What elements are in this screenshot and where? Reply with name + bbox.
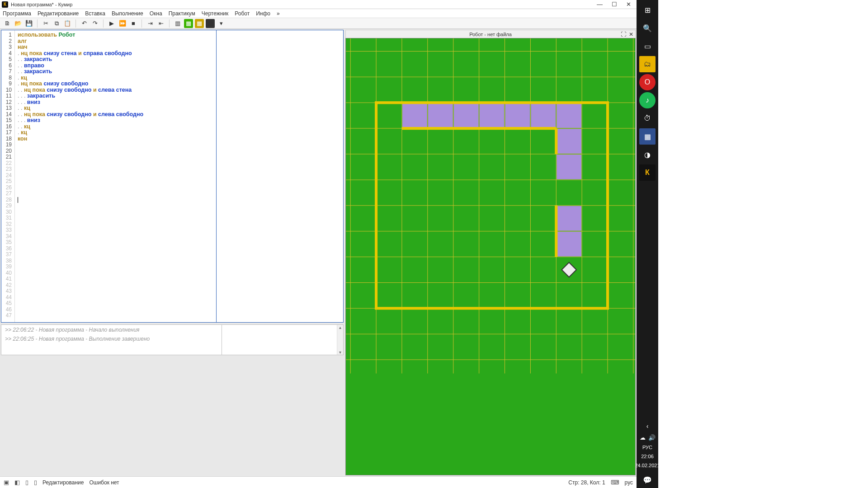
code-line: . . кц bbox=[18, 105, 213, 112]
sb-errors: Ошибок нет bbox=[89, 479, 119, 486]
layout1-icon[interactable]: ▥ bbox=[173, 19, 182, 28]
sb-icon[interactable]: ◧ bbox=[14, 479, 20, 486]
run-icon[interactable]: ▶ bbox=[107, 19, 116, 28]
code-line: . . закрасить bbox=[18, 69, 213, 75]
svg-rect-38 bbox=[557, 232, 581, 257]
close-button[interactable]: ✕ bbox=[626, 1, 631, 8]
cut-icon[interactable]: ✂ bbox=[41, 19, 50, 28]
svg-rect-34 bbox=[557, 103, 581, 128]
menu-выполнение[interactable]: Выполнение bbox=[112, 10, 143, 17]
tray-date: 24.02.2021 bbox=[635, 461, 660, 470]
copy-icon[interactable]: ⧉ bbox=[52, 19, 61, 28]
maximize-button[interactable]: ☐ bbox=[612, 1, 617, 8]
redo-icon[interactable]: ↷ bbox=[90, 19, 99, 28]
notifications-icon[interactable]: 💬 bbox=[639, 472, 656, 488]
layout4-icon[interactable]: ▨ bbox=[206, 19, 215, 28]
window-title: Новая программа* - Кумир bbox=[11, 2, 597, 7]
svg-rect-36 bbox=[557, 155, 581, 179]
titlebar: К Новая программа* - Кумир — ☐ ✕ bbox=[0, 0, 637, 9]
code-line: . . нц пока снизу свободно и слева стена bbox=[18, 87, 213, 94]
menubar: ПрограммаРедактированиеВставкаВыполнение… bbox=[0, 9, 637, 18]
spotify-icon[interactable]: ♪ bbox=[639, 92, 656, 108]
code-line: . . . вниз bbox=[18, 99, 213, 106]
svg-rect-31 bbox=[480, 103, 505, 128]
menu-программа[interactable]: Программа bbox=[3, 10, 31, 17]
menu-окна[interactable]: Окна bbox=[150, 10, 162, 17]
code-line: . . вправо bbox=[18, 63, 213, 69]
keyboard-icon: ⌨ bbox=[611, 479, 619, 486]
log-line: >> 22:06:22 - Новая программа - Начало в… bbox=[5, 327, 218, 333]
layout2-icon[interactable]: ▦ bbox=[184, 19, 193, 28]
menu-вставка[interactable]: Вставка bbox=[85, 10, 105, 17]
log-line: >> 22:06:25 - Новая программа - Выполнен… bbox=[5, 336, 218, 342]
code-line: . . . вниз bbox=[18, 117, 213, 124]
toolbar: 🗎📂💾✂⧉📋↶↷▶⏩■⇥⇤▥▦▦▨▾ bbox=[0, 18, 637, 29]
sb-icon[interactable]: ▯ bbox=[25, 479, 28, 486]
svg-rect-32 bbox=[505, 103, 530, 128]
step-over-icon[interactable]: ⇥ bbox=[146, 19, 155, 28]
minimize-button[interactable]: — bbox=[597, 1, 603, 8]
sb-icon[interactable]: ▯ bbox=[34, 479, 37, 486]
code-line: . . . закрасить bbox=[18, 93, 213, 99]
code-line: . кц bbox=[18, 130, 213, 136]
menu-чертежник[interactable]: Чертежник bbox=[202, 10, 229, 17]
code-line: алг bbox=[18, 38, 213, 45]
tray-keyboard[interactable]: РУС bbox=[642, 443, 652, 452]
kumir-icon[interactable]: К bbox=[639, 164, 656, 181]
svg-rect-35 bbox=[557, 129, 581, 154]
search-icon[interactable]: 🔍 bbox=[639, 20, 656, 36]
task-view-icon[interactable]: ▭ bbox=[639, 38, 656, 54]
menu-робот[interactable]: Робот bbox=[235, 10, 250, 17]
more-icon[interactable]: ▾ bbox=[217, 19, 226, 28]
paste-icon[interactable]: 📋 bbox=[63, 19, 72, 28]
code-line: . нц пока снизу свободно bbox=[18, 81, 213, 87]
output-log: >> 22:06:22 - Новая программа - Начало в… bbox=[1, 324, 344, 355]
robot-field[interactable] bbox=[345, 38, 636, 475]
code-area[interactable]: использовать Роботалгнач. нц пока снизу … bbox=[15, 30, 217, 322]
undo-icon[interactable]: ↶ bbox=[80, 19, 89, 28]
menu-»[interactable]: » bbox=[277, 10, 280, 17]
code-line: . . нц пока снизу свободно и слева свобо… bbox=[18, 112, 213, 118]
tray-icons[interactable]: ☁🔊 bbox=[640, 432, 656, 443]
svg-rect-30 bbox=[454, 103, 479, 128]
robot-marker bbox=[561, 263, 576, 277]
tray-expand-icon[interactable]: ‹ bbox=[646, 420, 649, 432]
code-line: . нц пока снизу стена и справа свободно bbox=[18, 51, 213, 57]
menu-инфо[interactable]: Инфо bbox=[256, 10, 270, 17]
tray-time: 22:06 bbox=[641, 452, 654, 461]
menu-практикум[interactable]: Практикум bbox=[169, 10, 195, 17]
log-scrollbar[interactable]: ▴▾ bbox=[337, 325, 343, 355]
code-line: использовать Робот bbox=[18, 32, 213, 38]
robot-maximize-icon[interactable]: ⛶ bbox=[621, 31, 626, 38]
menu-редактирование[interactable]: Редактирование bbox=[38, 10, 79, 17]
clock-app-icon[interactable]: ⏱ bbox=[639, 110, 656, 127]
robot-close-icon[interactable]: ✕ bbox=[629, 31, 633, 38]
line-gutter: 1234567891011121314151617181920212223242… bbox=[1, 30, 15, 322]
opera-icon[interactable]: O bbox=[639, 74, 656, 90]
windows-taskbar: ⊞ 🔍 ▭ 🗂 O ♪ ⏱ ▦ ◑ К ‹ ☁🔊 РУС 22:06 24.02… bbox=[637, 0, 658, 488]
code-editor[interactable]: 1234567891011121314151617181920212223242… bbox=[1, 30, 344, 323]
svg-rect-28 bbox=[402, 103, 427, 128]
svg-rect-37 bbox=[557, 206, 581, 231]
svg-rect-29 bbox=[428, 103, 453, 128]
code-line: . . закрасить bbox=[18, 56, 213, 63]
code-line: нач bbox=[18, 44, 213, 51]
editor-right-pane bbox=[217, 30, 343, 322]
app-icon: К bbox=[2, 1, 8, 8]
save-file-icon[interactable]: 💾 bbox=[24, 19, 33, 28]
open-file-icon[interactable]: 📂 bbox=[14, 19, 23, 28]
stop-icon[interactable]: ■ bbox=[129, 19, 138, 28]
sb-icon[interactable]: ▣ bbox=[4, 479, 9, 486]
robot-panel-title: Робот - нет файла ⛶ ✕ bbox=[345, 30, 636, 38]
explorer-icon[interactable]: 🗂 bbox=[639, 56, 656, 72]
start-button[interactable]: ⊞ bbox=[639, 2, 656, 18]
calendar-icon[interactable]: ▦ bbox=[639, 128, 656, 145]
layout3-icon[interactable]: ▦ bbox=[195, 19, 204, 28]
step-into-icon[interactable]: ⇤ bbox=[156, 19, 165, 28]
statusbar: ▣ ◧ ▯ ▯ Редактирование Ошибок нет Стр: 2… bbox=[0, 476, 637, 488]
new-file-icon[interactable]: 🗎 bbox=[3, 19, 12, 28]
steam-icon[interactable]: ◑ bbox=[639, 146, 656, 163]
sb-mode: Редактирование bbox=[42, 479, 84, 486]
sb-lang: рус bbox=[625, 479, 633, 486]
run-step-icon[interactable]: ⏩ bbox=[118, 19, 127, 28]
